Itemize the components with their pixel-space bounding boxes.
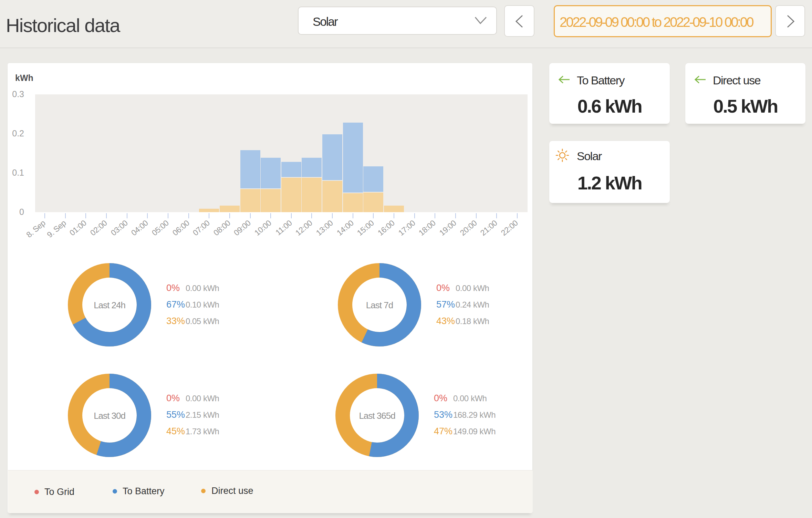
- svg-text:Last 7d: Last 7d: [366, 300, 393, 310]
- svg-text:Last 30d: Last 30d: [94, 411, 125, 421]
- svg-text:Last 24h: Last 24h: [94, 300, 125, 310]
- svg-text:Last 365d: Last 365d: [359, 411, 395, 421]
